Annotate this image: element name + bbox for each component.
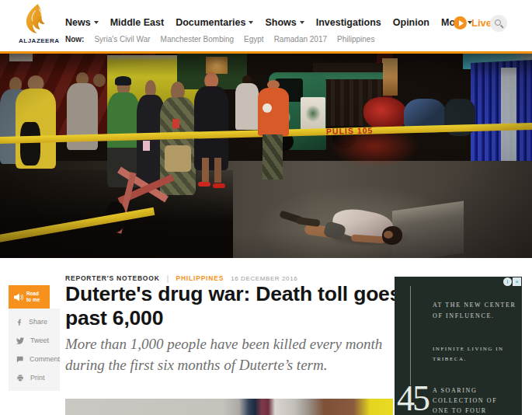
- nav-label: Middle East: [110, 17, 164, 28]
- ad-choices: i ×: [503, 277, 521, 286]
- live-label: Live: [471, 17, 492, 29]
- photo-vignette: [0, 54, 532, 258]
- nav-label: News: [65, 17, 91, 28]
- speaker-icon: [13, 292, 23, 302]
- advertisement[interactable]: i × AT THE NEW CENTER OF INFLUENCE. INFI…: [395, 277, 522, 415]
- nav-item-investigations[interactable]: Investigations: [316, 17, 381, 28]
- comment-button[interactable]: Comment: [9, 350, 60, 368]
- article-standfirst: More than 1,000 people have been killed …: [65, 334, 404, 376]
- main-nav: News Middle East Documentaries Shows Inv…: [65, 17, 472, 28]
- nav-label: Investigations: [316, 17, 381, 28]
- share-label: Share: [29, 318, 47, 326]
- tweet-button[interactable]: Tweet: [9, 331, 60, 350]
- ticker-item[interactable]: Syria's Civil War: [94, 35, 150, 44]
- read-to-me-line2: to me: [26, 297, 40, 302]
- chevron-down-icon: [300, 21, 304, 24]
- aljazeera-logo[interactable]: ALJAZEERA: [19, 3, 54, 44]
- photo-top-shade: [0, 54, 532, 77]
- hero-image: PULIS 105: [0, 54, 532, 258]
- article-title: Duterte's drug war: Death toll goes past…: [65, 282, 404, 330]
- nav-item-shows[interactable]: Shows: [265, 17, 304, 28]
- ad-tagline: A SOARING COLLECTION OF ONE TO FOUR: [433, 386, 506, 415]
- comment-label: Comment: [30, 355, 60, 363]
- search-button[interactable]: [490, 15, 507, 32]
- print-label: Print: [30, 374, 45, 382]
- ad-subheadline: INFINITE LIVING IN TRIBECA.: [433, 344, 510, 364]
- read-to-me-button[interactable]: Read to me: [9, 285, 50, 309]
- kicker-label: REPORTER'S NOTEBOOK: [65, 274, 160, 282]
- chevron-down-icon: [249, 21, 253, 24]
- nav-item-opinion[interactable]: Opinion: [393, 17, 429, 28]
- comment-icon: [16, 355, 24, 364]
- nav-label: Documentaries: [176, 17, 245, 28]
- chevron-down-icon: [94, 21, 99, 24]
- ticker-item[interactable]: Ramadan 2017: [274, 35, 327, 44]
- tweet-label: Tweet: [30, 337, 49, 344]
- share-tools-panel: Share Tweet Comment Print: [9, 309, 60, 391]
- nav-item-documentaries[interactable]: Documentaries: [176, 17, 253, 28]
- share-facebook-button[interactable]: Share: [9, 312, 60, 331]
- ad-divider-line: [410, 286, 411, 385]
- ad-building-number: 45: [397, 378, 428, 415]
- ticker-item[interactable]: Manchester Bombing: [161, 35, 235, 44]
- ad-headline: AT THE NEW CENTER OF INFLUENCE.: [433, 300, 521, 322]
- search-icon-handle: [500, 24, 503, 27]
- section-link-philippines[interactable]: PHILIPPINES: [176, 274, 224, 282]
- printer-icon: [16, 374, 25, 382]
- article-body-image: [65, 399, 393, 415]
- brand-wordmark: ALJAZEERA: [19, 37, 54, 44]
- twitter-icon: [16, 337, 25, 345]
- nav-label: Shows: [265, 17, 296, 28]
- aljazeera-article-page: ALJAZEERA News Middle East Documentaries…: [0, 0, 532, 415]
- read-to-me-line1: Read: [26, 291, 39, 296]
- article-date: 16 DECEMBER 2016: [231, 275, 297, 282]
- facebook-icon: [16, 318, 23, 326]
- nav-label: Opinion: [393, 17, 429, 28]
- now-ticker: Now: Syria's Civil War Manchester Bombin…: [65, 35, 374, 44]
- ticker-item[interactable]: Philippines: [337, 35, 374, 44]
- ad-close-icon[interactable]: ×: [513, 277, 521, 286]
- ticker-item[interactable]: Egypt: [244, 35, 264, 44]
- nav-item-middle-east[interactable]: Middle East: [110, 17, 164, 28]
- aljazeera-flame-icon: [23, 3, 51, 34]
- ad-info-icon[interactable]: i: [503, 277, 512, 286]
- print-button[interactable]: Print: [9, 368, 60, 387]
- live-button[interactable]: Live: [454, 16, 492, 30]
- ticker-label: Now:: [65, 35, 84, 44]
- nav-item-news[interactable]: News: [65, 17, 99, 28]
- site-header: ALJAZEERA News Middle East Documentaries…: [0, 0, 532, 51]
- play-icon: [454, 16, 467, 30]
